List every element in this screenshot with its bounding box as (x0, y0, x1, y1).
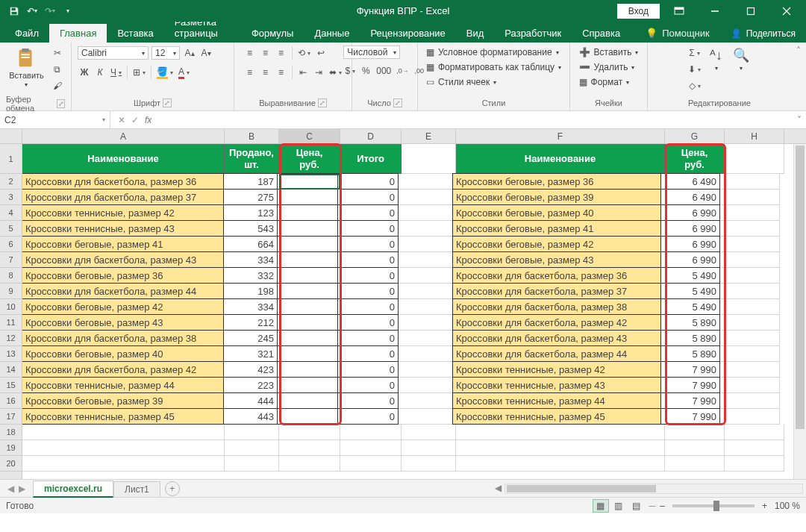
zoom-slider-thumb[interactable] (713, 501, 719, 511)
cell-D12[interactable]: 0 (337, 330, 399, 346)
format-painter-icon[interactable]: 🖌 (50, 78, 65, 93)
cell-C15[interactable] (277, 377, 338, 393)
cell-H5[interactable] (720, 221, 780, 237)
clipboard-dialog-icon[interactable]: ⤢ (57, 99, 65, 108)
cell-C16[interactable] (277, 392, 338, 409)
align-top-icon[interactable]: ≡ (243, 46, 257, 60)
cell-A9[interactable]: Кроссовки для баскетбола, размер 44 (22, 283, 224, 299)
cell-H14[interactable] (720, 362, 780, 378)
cell-G15[interactable]: 7 990 (660, 377, 720, 393)
ribbon-display-icon[interactable] (663, 0, 696, 22)
cell-G6[interactable]: 6 990 (660, 236, 720, 252)
tab-review[interactable]: Рецензирование (360, 24, 455, 43)
cell-E6[interactable] (399, 237, 453, 252)
cell-G1[interactable]: Цена,руб. (665, 144, 725, 174)
row-header-9[interactable]: 9 (0, 284, 22, 299)
delete-cells-button[interactable]: ➖Удалить▾ (576, 60, 642, 74)
number-format-select[interactable]: Числовой▾ (343, 46, 400, 59)
decrease-font-icon[interactable]: A▾ (199, 46, 213, 60)
cell-C8[interactable] (277, 267, 338, 284)
cell-E15[interactable] (399, 378, 453, 393)
signin-button[interactable]: Вход (617, 4, 660, 19)
cell-B2[interactable]: 187 (223, 173, 278, 190)
cell-E13[interactable] (399, 346, 453, 362)
cell-H19[interactable] (725, 440, 784, 456)
cells-area[interactable]: НаименованиеПродано,шт.Цена,руб.ИтогоНаи… (22, 144, 806, 472)
zoom-in-button[interactable]: + (762, 501, 767, 511)
cell-A4[interactable]: Кроссовки теннисные, размер 42 (22, 204, 224, 221)
cell-E10[interactable] (399, 299, 453, 315)
fx-icon[interactable]: fx (145, 115, 151, 125)
cell-F14[interactable]: Кроссовки теннисные, размер 42 (452, 361, 661, 378)
sheet-nav-next-icon[interactable]: ▶ (19, 484, 25, 494)
cell-G14[interactable]: 7 990 (660, 361, 720, 378)
cut-icon[interactable]: ✂ (50, 46, 65, 60)
cell-E1[interactable] (402, 144, 456, 174)
row-header-17[interactable]: 17 (0, 409, 22, 425)
cell-A2[interactable]: Кроссовки для баскетбола, размер 36 (22, 173, 224, 190)
tab-view[interactable]: Вид (456, 24, 495, 43)
minimize-icon[interactable] (699, 0, 731, 22)
font-color-icon[interactable]: A (177, 65, 191, 80)
cell-C5[interactable] (277, 220, 338, 237)
row-header-10[interactable]: 10 (0, 299, 22, 315)
cell-E9[interactable] (399, 284, 453, 299)
cell-A1[interactable]: Наименование (22, 144, 225, 174)
cell-E18[interactable] (402, 425, 456, 440)
maximize-icon[interactable] (734, 0, 767, 22)
redo-icon[interactable]: ↷▾ (42, 3, 58, 19)
save-icon[interactable] (6, 3, 22, 19)
cell-H10[interactable] (720, 299, 780, 315)
tab-help[interactable]: Справка (572, 24, 631, 43)
cell-H8[interactable] (720, 268, 780, 284)
cell-A12[interactable]: Кроссовки для баскетбола, размер 38 (22, 330, 224, 346)
tab-developer[interactable]: Разработчик (494, 24, 572, 43)
col-header-B[interactable]: B (225, 129, 279, 143)
increase-decimal-icon[interactable]: ,0→ (395, 63, 410, 78)
row-header-8[interactable]: 8 (0, 268, 22, 284)
cell-B8[interactable]: 332 (223, 267, 278, 284)
cell-F7[interactable]: Кроссовки беговые, размер 43 (452, 251, 661, 268)
cell-G10[interactable]: 5 490 (660, 298, 720, 315)
cell-G19[interactable] (665, 440, 725, 456)
cell-F6[interactable]: Кроссовки беговые, размер 42 (452, 236, 661, 252)
sheet-tab-1[interactable]: microexcel.ru (33, 481, 113, 498)
cell-F20[interactable] (456, 456, 665, 472)
row-header-18[interactable]: 18 (0, 425, 22, 440)
cell-D4[interactable]: 0 (337, 204, 399, 221)
tellme-button[interactable]: 💡Помощник (635, 24, 720, 43)
cell-D18[interactable] (340, 425, 402, 440)
cell-C4[interactable] (277, 204, 338, 221)
cell-H4[interactable] (720, 205, 780, 221)
cell-G16[interactable]: 7 990 (660, 392, 720, 409)
col-header-E[interactable]: E (402, 129, 456, 143)
cell-D3[interactable]: 0 (337, 189, 399, 205)
cell-B6[interactable]: 664 (223, 236, 278, 252)
cell-H16[interactable] (720, 393, 780, 409)
cell-D1[interactable]: Итого (340, 144, 402, 174)
align-middle-icon[interactable]: ≡ (259, 46, 272, 60)
cell-H3[interactable] (720, 190, 780, 205)
cell-B5[interactable]: 543 (223, 220, 278, 237)
cell-B17[interactable]: 443 (223, 408, 278, 425)
cell-C14[interactable] (277, 361, 338, 378)
cell-G7[interactable]: 6 990 (660, 251, 720, 268)
cell-C18[interactable] (279, 425, 340, 440)
conditional-formatting-button[interactable]: ▦Условное форматирование▾ (423, 46, 564, 59)
copy-icon[interactable]: ⧉ (50, 62, 65, 77)
cell-F3[interactable]: Кроссовки беговые, размер 39 (452, 189, 661, 205)
col-header-F[interactable]: F (456, 129, 665, 143)
vertical-scroll-thumb[interactable] (796, 145, 805, 429)
find-select-button[interactable]: 🔍▾ (730, 46, 752, 93)
cell-D20[interactable] (340, 456, 402, 472)
cell-A7[interactable]: Кроссовки для баскетбола, размер 43 (22, 251, 224, 268)
zoom-out-button[interactable]: – (660, 501, 665, 511)
vertical-scrollbar[interactable] (793, 144, 806, 479)
format-as-table-button[interactable]: ▦Форматировать как таблицу▾ (423, 60, 564, 74)
cell-F17[interactable]: Кроссовки теннисные, размер 45 (452, 408, 661, 425)
align-bottom-icon[interactable]: ≡ (275, 46, 288, 60)
clear-icon[interactable]: ◇ (687, 78, 702, 93)
cell-D7[interactable]: 0 (337, 251, 399, 268)
zoom-slider[interactable] (672, 504, 755, 507)
hscroll-left-icon[interactable]: ◀ (495, 483, 502, 493)
